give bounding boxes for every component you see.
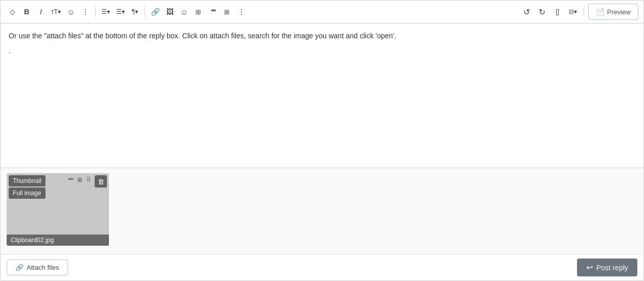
delete-image-btn[interactable]: 🗑 bbox=[95, 175, 107, 188]
preview-label: Preview bbox=[607, 8, 631, 16]
image-thumbnail-box: Thumbnail Full image ❝❝ ⊞ ⠿ 🗑 bbox=[7, 173, 109, 235]
reply-icon: ↩ bbox=[586, 263, 593, 272]
bottom-bar: 🔗 Attach files ↩ Post reply bbox=[1, 254, 643, 280]
italic-btn[interactable]: I bbox=[34, 5, 48, 19]
editor-content: Or use the "attach files" at the bottom … bbox=[9, 31, 635, 56]
paperclip-icon: 🔗 bbox=[15, 264, 24, 271]
link-btn[interactable]: 🔗 bbox=[148, 5, 162, 19]
preview-icon: 📄 bbox=[596, 8, 605, 16]
table-mini-btn[interactable]: ⊞ bbox=[76, 175, 84, 184]
code-btn[interactable]: [] bbox=[551, 5, 564, 19]
redo-btn[interactable]: ↻ bbox=[536, 5, 549, 19]
media-btn[interactable]: ⊞ bbox=[192, 5, 205, 19]
sep-3 bbox=[584, 7, 584, 17]
preview-button[interactable]: 📄 Preview bbox=[588, 4, 638, 20]
bold-btn[interactable]: B bbox=[20, 5, 33, 19]
list-btn[interactable]: ☰▾ bbox=[99, 5, 113, 19]
more-btn-1[interactable]: ⋮ bbox=[79, 5, 92, 19]
attach-files-label: Attach files bbox=[27, 264, 59, 271]
emoji-btn[interactable]: ☺ bbox=[64, 5, 78, 19]
editor-area[interactable]: Or use the "attach files" at the bottom … bbox=[1, 24, 643, 168]
more-btn-2[interactable]: ⋮ bbox=[235, 5, 248, 19]
toolbar-right: ↺ ↻ [] ⊟▾ 📄 Preview bbox=[520, 4, 638, 20]
quote-mini-btn[interactable]: ❝❝ bbox=[66, 175, 75, 184]
editor-container: ◇ B I тТ▾ ☺ ⋮ ☰▾ ☰▾ ¶▾ 🔗 🖼 ☺ ⊞ ❝❝ ⊞ ⋮ ↺ … bbox=[0, 0, 644, 281]
smiley-btn[interactable]: ☺ bbox=[177, 5, 191, 19]
post-reply-button[interactable]: ↩ Post reply bbox=[577, 259, 637, 276]
sep-2 bbox=[145, 7, 145, 17]
image-mini-toolbar: ❝❝ ⊞ ⠿ bbox=[66, 175, 93, 184]
text-size-btn[interactable]: тТ▾ bbox=[49, 5, 63, 19]
trash-icon: 🗑 bbox=[98, 178, 104, 185]
undo-btn[interactable]: ↺ bbox=[520, 5, 534, 19]
full-image-btn[interactable]: Full image bbox=[9, 188, 46, 199]
image-btn[interactable]: 🖼 bbox=[163, 5, 176, 19]
attach-files-button[interactable]: 🔗 Attach files bbox=[7, 260, 68, 275]
sep-1 bbox=[95, 7, 96, 17]
file-label: Clipboard02.jpg bbox=[7, 235, 109, 246]
quote-btn[interactable]: ❝❝ bbox=[206, 5, 219, 19]
table-btn[interactable]: ⊞ bbox=[220, 5, 234, 19]
editor-dot: . bbox=[9, 45, 635, 56]
align-btn[interactable]: ☰▾ bbox=[114, 5, 127, 19]
thumbnail-btn[interactable]: Thumbnail bbox=[9, 175, 46, 186]
post-reply-label: Post reply bbox=[596, 264, 628, 272]
attachment-section: Thumbnail Full image ❝❝ ⊞ ⠿ 🗑 Clipboard0… bbox=[1, 168, 643, 254]
drag-handle[interactable]: ⠿ bbox=[85, 175, 93, 184]
image-widget: Thumbnail Full image ❝❝ ⊞ ⠿ 🗑 Clipboard0… bbox=[7, 173, 109, 246]
indent-btn[interactable]: ¶▾ bbox=[128, 5, 142, 19]
editor-body-text: Or use the "attach files" at the bottom … bbox=[9, 31, 635, 41]
eraser-btn[interactable]: ◇ bbox=[6, 5, 19, 19]
toolbar: ◇ B I тТ▾ ☺ ⋮ ☰▾ ☰▾ ¶▾ 🔗 🖼 ☺ ⊞ ❝❝ ⊞ ⋮ ↺ … bbox=[1, 1, 643, 24]
options-btn[interactable]: ⊟▾ bbox=[566, 5, 580, 19]
image-overlay-buttons: Thumbnail Full image bbox=[9, 175, 46, 199]
